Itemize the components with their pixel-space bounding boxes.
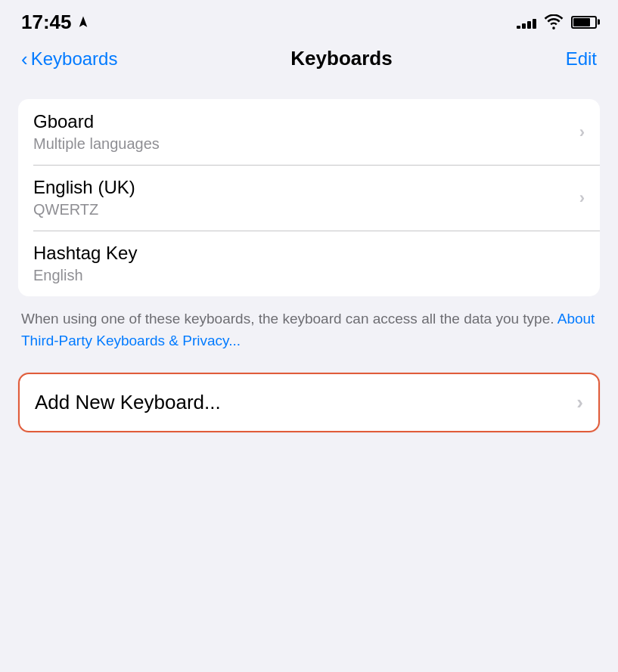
chevron-right-icon: ›: [579, 188, 585, 208]
keyboard-item-gboard[interactable]: Gboard Multiple languages ›: [18, 99, 600, 165]
main-content: Gboard Multiple languages › English (UK)…: [0, 84, 618, 351]
status-bar: 17:45: [0, 0, 618, 41]
add-keyboard-section: Add New Keyboard... ›: [0, 373, 618, 432]
back-chevron-icon: ‹: [21, 49, 28, 69]
privacy-note-text: When using one of these keyboards, the k…: [21, 311, 554, 327]
chevron-right-icon: ›: [579, 122, 585, 142]
keyboard-name: Gboard: [33, 111, 160, 132]
nav-title: Keyboards: [290, 47, 392, 70]
location-icon: [76, 15, 90, 29]
keyboard-item-hashtag-key[interactable]: Hashtag Key English: [18, 231, 600, 296]
back-label: Keyboards: [31, 48, 118, 70]
wifi-icon: [544, 14, 564, 29]
status-icons: [517, 14, 597, 29]
keyboard-subtitle: English: [33, 267, 137, 284]
time-display: 17:45: [21, 11, 72, 34]
add-keyboard-button[interactable]: Add New Keyboard... ›: [18, 373, 600, 432]
keyboard-name: Hashtag Key: [33, 243, 137, 264]
signal-icon: [517, 15, 536, 29]
nav-bar: ‹ Keyboards Keyboards Edit: [0, 41, 618, 84]
keyboard-subtitle: Multiple languages: [33, 135, 160, 153]
add-keyboard-chevron-icon: ›: [576, 391, 583, 414]
status-time: 17:45: [21, 11, 90, 34]
edit-button[interactable]: Edit: [566, 48, 597, 70]
battery-icon: [571, 16, 597, 29]
keyboard-subtitle: QWERTZ: [33, 201, 135, 218]
privacy-note: When using one of these keyboards, the k…: [18, 308, 600, 351]
add-keyboard-label: Add New Keyboard...: [35, 391, 221, 414]
back-button[interactable]: ‹ Keyboards: [21, 48, 117, 70]
keyboard-name: English (UK): [33, 177, 135, 198]
keyboards-list: Gboard Multiple languages › English (UK)…: [18, 99, 600, 296]
keyboard-item-english-uk[interactable]: English (UK) QWERTZ ›: [18, 165, 600, 231]
